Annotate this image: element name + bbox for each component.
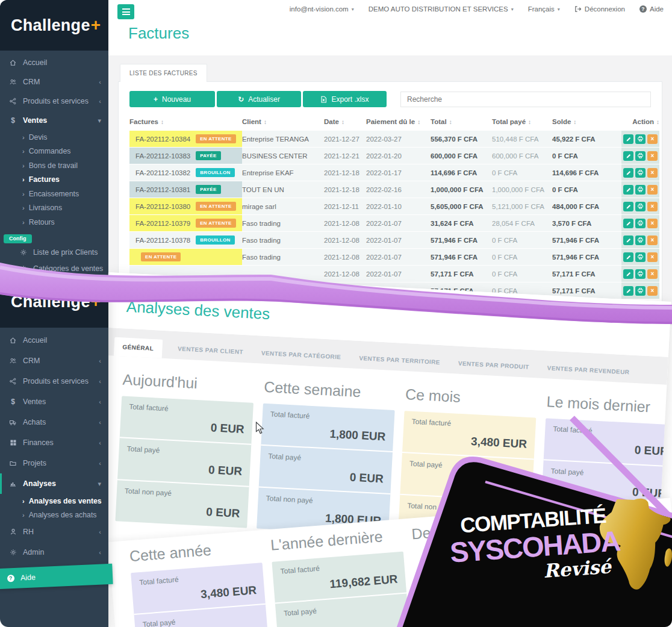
- print-button[interactable]: [635, 286, 646, 296]
- column-header-action[interactable]: Action↕: [621, 118, 659, 125]
- column-header-solde[interactable]: Solde↕: [552, 118, 621, 125]
- logout-link[interactable]: Déconnexion: [606, 304, 657, 313]
- edit-button[interactable]: [623, 151, 633, 161]
- print-button[interactable]: [635, 236, 646, 245]
- new-invoice-button[interactable]: +Nouveau: [129, 91, 215, 107]
- balance-cell: 3,570 F CFA: [552, 215, 621, 231]
- sidebar-item-ventes[interactable]: $Ventes‹: [0, 391, 108, 412]
- company-dropdown[interactable]: DEMO AUTO DISTRIBUTION ET SERVICES▾: [369, 5, 514, 13]
- edit-button[interactable]: [623, 185, 633, 195]
- sidebar-item-accueil[interactable]: Accueil: [0, 330, 108, 351]
- column-header-paiement-d-le[interactable]: Paiement dû le↕: [366, 118, 431, 125]
- refresh-button[interactable]: ↻Actualiser: [217, 91, 301, 107]
- edit-button[interactable]: [623, 219, 633, 228]
- tab-liste-des-factures[interactable]: LISTE DES FACTURES: [120, 64, 207, 82]
- sidebar-config-item-cat-gories-de-ventes[interactable]: Catégories de ventes: [0, 261, 108, 277]
- sidebar-item-crm[interactable]: CRM‹: [0, 72, 108, 92]
- table-row[interactable]: FA-202112-10380EN ATTENTEmirage sarl2021…: [129, 198, 651, 214]
- export-xlsx-button[interactable]: Export .xlsx: [303, 91, 387, 107]
- table-row[interactable]: FA-202112-10378BROUILLONFaso trading2021…: [129, 232, 651, 248]
- edit-button[interactable]: [623, 286, 633, 296]
- sidebar-item-produits-et-services[interactable]: Produits et services‹: [0, 371, 108, 391]
- edit-button[interactable]: [623, 269, 633, 279]
- tab-ventes-par-client[interactable]: VENTES PAR CLIENT: [177, 345, 243, 363]
- sidebar-item-crm[interactable]: CRM‹: [0, 351, 108, 371]
- user-email-dropdown[interactable]: info@nt-vision.com▾: [290, 5, 354, 13]
- table-row[interactable]: FA-202112-10383PAYÉEBUSINESS CENTER2021-…: [129, 148, 651, 164]
- edit-button[interactable]: [623, 168, 633, 178]
- chevron-left-icon: ‹: [99, 549, 101, 556]
- tab-g-n-ral[interactable]: GÉNÉRAL: [114, 337, 163, 358]
- company-dropdown[interactable]: SARL▾: [521, 299, 546, 308]
- sidebar-subitem-factures[interactable]: ›Factures: [0, 173, 108, 187]
- tab-ventes-par-produit[interactable]: VENTES PAR PRODUIT: [458, 360, 529, 378]
- logo[interactable]: Challenge+: [0, 0, 108, 51]
- delete-button[interactable]: ×: [647, 168, 658, 178]
- tab-ventes-par-territoire[interactable]: VENTES PAR TERRITOIRE: [358, 355, 440, 373]
- print-button[interactable]: [635, 269, 646, 279]
- edit-button[interactable]: [623, 252, 633, 262]
- print-button[interactable]: [635, 151, 646, 161]
- sidebar-subitem-livraisons[interactable]: ›Livraisons: [0, 201, 108, 216]
- table-row[interactable]: FA-202112-10384EN ATTENTEEntreprise TERA…: [129, 131, 651, 147]
- delete-button[interactable]: ×: [647, 269, 658, 279]
- sidebar-item-analyses[interactable]: Analyses▾: [0, 473, 108, 494]
- sidebar-subitem-analyses-des-achats[interactable]: ›Analyses des achats: [0, 508, 108, 522]
- print-button[interactable]: [635, 252, 646, 262]
- sidebar-item-finances[interactable]: Finances‹: [0, 432, 108, 453]
- print-button[interactable]: [635, 185, 646, 195]
- sidebar-item-achats[interactable]: Achats‹: [0, 412, 108, 432]
- sidebar-item-aide[interactable]: ?Aide: [0, 564, 113, 589]
- sidebar-subitem-analyses-des-ventes[interactable]: ›Analyses des ventes: [0, 494, 108, 508]
- delete-button[interactable]: ×: [647, 236, 658, 245]
- tab-ventes-par-revendeur[interactable]: VENTES PAR REVENDEUR: [547, 364, 630, 382]
- menu-toggle-button[interactable]: [117, 4, 134, 19]
- delete-button[interactable]: ×: [647, 252, 658, 262]
- sidebar-subitem-bons-de-travail[interactable]: ›Bons de travail: [0, 158, 108, 173]
- column-header-date[interactable]: Date↕: [324, 118, 366, 125]
- edit-button[interactable]: [623, 236, 633, 245]
- search-input[interactable]: [400, 92, 651, 107]
- edit-button[interactable]: [623, 202, 633, 211]
- sidebar-item-accueil[interactable]: Accueil: [0, 53, 108, 72]
- edit-button[interactable]: [623, 134, 633, 144]
- language-dropdown[interactable]: Français▾: [559, 301, 592, 310]
- delete-button[interactable]: ×: [647, 151, 658, 161]
- sidebar-config-item-liste-de-prix-clients[interactable]: Liste de prix Clients: [0, 245, 108, 261]
- print-button[interactable]: [635, 134, 646, 144]
- sort-icon: ↕: [341, 119, 344, 125]
- sidebar-item-rh[interactable]: RH‹: [0, 522, 108, 542]
- delete-button[interactable]: ×: [647, 134, 658, 144]
- column-header-client[interactable]: Client↕: [242, 118, 324, 125]
- sidebar-item-admin[interactable]: Admin‹: [0, 542, 108, 563]
- delete-button[interactable]: ×: [647, 219, 658, 228]
- menu-toggle-button[interactable]: [116, 277, 134, 293]
- print-button[interactable]: [635, 202, 646, 211]
- column-header-total[interactable]: Total↕: [431, 118, 492, 125]
- sidebar-subitem-devis[interactable]: ›Devis: [0, 130, 108, 145]
- sidebar-subitem-encaissements[interactable]: ›Encaissements: [0, 187, 108, 201]
- table-row[interactable]: FA-202112-10381PAYÉETOUT EN UN2021-12-18…: [129, 181, 651, 198]
- config-badge: Config: [4, 234, 32, 243]
- sidebar-subitem-commandes[interactable]: ›Commandes: [0, 145, 108, 159]
- chevron-down-icon: ▾: [589, 304, 591, 309]
- tab-ventes-par-cat-gorie[interactable]: VENTES PAR CATÉGORIE: [261, 349, 341, 367]
- table-row[interactable]: EN ATTENTEFaso trading2021-12-082022-01-…: [129, 249, 651, 265]
- column-header-factures[interactable]: Factures↕: [129, 118, 242, 125]
- sidebar-item-produits-et-services[interactable]: Produits et services‹: [0, 92, 108, 111]
- print-button[interactable]: [635, 168, 646, 178]
- delete-button[interactable]: ×: [647, 202, 658, 211]
- sidebar-subitem-retours[interactable]: ›Retours: [0, 215, 108, 229]
- logo[interactable]: Challenge+: [0, 276, 108, 328]
- sidebar-item-ventes[interactable]: $Ventes▾: [0, 111, 108, 130]
- sidebar-item-projets[interactable]: Projets‹: [0, 453, 108, 473]
- language-dropdown[interactable]: Français▾: [528, 5, 560, 13]
- delete-button[interactable]: ×: [647, 286, 658, 296]
- table-row[interactable]: FA-202112-10379EN ATTENTEFaso trading202…: [129, 215, 651, 231]
- logout-link[interactable]: Déconnexion: [574, 5, 625, 13]
- delete-button[interactable]: ×: [647, 185, 658, 195]
- column-header-total-pay[interactable]: Total payé↕: [492, 118, 552, 125]
- help-link[interactable]: ?Aide: [639, 5, 664, 13]
- print-button[interactable]: [635, 219, 646, 228]
- table-row[interactable]: FA-202112-10382BROUILLONEntreprise EKAF2…: [129, 164, 651, 181]
